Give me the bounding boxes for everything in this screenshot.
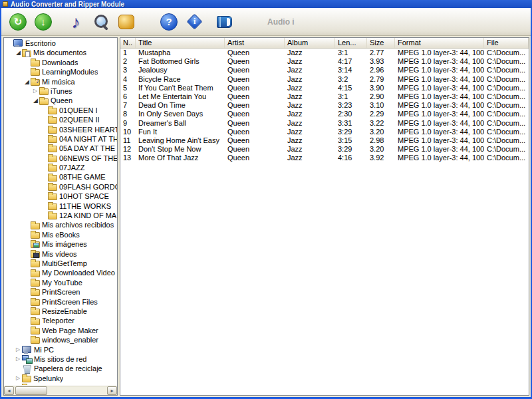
tree-hscrollbar[interactable]: ◂ ▸ [4, 386, 117, 395]
tree-item-mis-documentos[interactable]: ◢Mis documentos [4, 48, 117, 57]
tree-item-02queen-ii[interactable]: 02QUEEN II [4, 115, 117, 124]
tree-item-11the-works[interactable]: 11THE WORKS [4, 201, 117, 211]
cell-file: C:\Docum... [484, 154, 529, 162]
folder-icon [31, 223, 40, 229]
track-row[interactable]: 9Dreamer's BallQueenJazz3:313.22MPEG 1.0… [120, 119, 529, 128]
track-row[interactable]: 10Fun ItQueenJazz3:293.20MPEG 1.0 layer-… [120, 128, 529, 136]
tree-item-mis-v-deos[interactable]: Mis vídeos [4, 249, 117, 259]
track-row[interactable]: 12Don't Stop Me NowQueenJazz3:293.20MPEG… [120, 145, 529, 154]
cd-ripper-button[interactable] [116, 11, 137, 33]
refresh-button[interactable]: ↻ [7, 11, 29, 33]
tree-item-resizeenable[interactable]: ResizeEnable [4, 307, 117, 316]
tree-item-printscreen[interactable]: PrintScreen [4, 287, 117, 297]
info-diamond-icon: i [186, 13, 202, 29]
tree-item-mis-sitios-de-red[interactable]: ▷Mis sitios de red [4, 354, 117, 364]
tree-item-mi-pc[interactable]: ▷Mi PC [4, 345, 117, 354]
tree-item-escritorio[interactable]: Escritorio [4, 39, 117, 48]
search-button[interactable] [90, 11, 112, 33]
tree-item-label: Escritorio [25, 39, 56, 48]
track-row[interactable]: 6Let Me Entertain YouQueenJazz3:12.90MPE… [120, 92, 529, 101]
track-row[interactable]: 3JealousyQueenJazz3:142.96MPEG 1.0 layer… [120, 66, 529, 74]
cell-title: Let Me Entertain You [136, 92, 225, 101]
column-header-artist[interactable]: Artist [225, 38, 285, 48]
column-header-file[interactable]: File [484, 38, 529, 48]
track-row[interactable]: 8In Only Seven DaysQueenJazz2:302.29MPEG… [120, 110, 529, 118]
column-header-format[interactable]: Format [395, 38, 484, 48]
track-row[interactable]: 7Dead On TimeQueenJazz3:233.10MPEG 1.0 l… [120, 101, 529, 110]
cell-artist: Queen [225, 145, 285, 154]
tree-item-windows-enabler[interactable]: windows_enabler [4, 335, 117, 344]
question-mark-icon: ? [160, 13, 178, 31]
cell-album: Jazz [285, 119, 335, 128]
column-header-title[interactable]: Title [136, 38, 225, 48]
expand-icon[interactable]: ▷ [16, 354, 22, 364]
tree-item-my-youtube[interactable]: My YouTube [4, 278, 117, 287]
tree-item-08the-game[interactable]: 08THE GAME [4, 172, 117, 182]
tree-item-mis-archivos-recibidos[interactable]: Mis archivos recibidos [4, 220, 117, 229]
tree-item-txts[interactable]: TXTs [4, 383, 117, 385]
expand-icon[interactable]: ▷ [16, 374, 22, 383]
tree-item-mis-im-genes[interactable]: Mis imágenes [4, 239, 117, 249]
scroll-thumb[interactable] [15, 386, 47, 395]
expand-icon[interactable]: ▷ [33, 86, 39, 96]
cell-n: 5 [120, 84, 136, 92]
cell-title: Fun It [136, 128, 225, 136]
audio-files-button[interactable]: ♪ [65, 11, 86, 33]
scroll-right-button[interactable]: ▸ [107, 386, 117, 395]
tree-item-09flash-gordo[interactable]: 09FLASH GORDO [4, 182, 117, 192]
folder-docs-icon [22, 51, 31, 57]
tree-item-05a-day-at-the[interactable]: 05A DAY AT THE [4, 144, 117, 153]
tree-item-10hot-space[interactable]: 10HOT SPACE [4, 192, 117, 201]
tree-item-downloads[interactable]: Downloads [4, 58, 117, 67]
track-row[interactable]: 11Leaving Home Ain't EasyQueenJazz3:152.… [120, 136, 529, 145]
cell-size: 3.90 [367, 84, 395, 92]
column-header-len[interactable]: Len... [335, 38, 367, 48]
network-icon [22, 355, 32, 363]
tree-item-mis-ebooks[interactable]: Mis eBooks [4, 230, 117, 239]
tree-item-printscreen-files[interactable]: PrintScreen Files [4, 297, 117, 307]
track-row[interactable]: 5If You Can't Beat ThemQueenJazz4:153.90… [120, 84, 529, 92]
column-header-album[interactable]: Album [285, 38, 335, 48]
tree-item-label: 01QUEEN I [59, 106, 97, 115]
tree-item-itunes[interactable]: ▷iTunes [4, 86, 117, 96]
track-row[interactable]: 4Bicycle RaceQueenJazz3:22.79MPEG 1.0 la… [120, 75, 529, 84]
cell-file: C:\Docum... [484, 75, 529, 84]
collapse-icon[interactable]: ◢ [33, 96, 39, 105]
cell-title: Fat Bottomed Girls [136, 57, 225, 66]
cell-n: 9 [120, 119, 136, 128]
track-row[interactable]: 1MustaphaQueenJazz3:12.77MPEG 1.0 layer-… [120, 49, 529, 57]
column-header-size[interactable]: Size [367, 38, 395, 48]
help-button[interactable]: ? [158, 11, 180, 33]
folder-icon [31, 337, 40, 344]
tree-item-web-page-maker[interactable]: Web Page Maker [4, 326, 117, 335]
tree-item-queen[interactable]: ◢Queen [4, 96, 117, 105]
tree-item-mi-m-sica[interactable]: ◢Mi música [4, 77, 117, 86]
tree-item-spelunky[interactable]: ▷Spelunky [4, 374, 117, 383]
library-button[interactable] [213, 11, 235, 33]
tree-item-label: MultiGetTemp [42, 259, 87, 268]
column-header-n[interactable]: N.. [120, 38, 136, 48]
tree-item-04a-night-at-th[interactable]: 04A NIGHT AT TH [4, 134, 117, 144]
tree-item-my-downloaded-video[interactable]: My Downloaded Video [4, 268, 117, 277]
cell-len: 3:15 [335, 136, 367, 145]
tree-item-07jazz[interactable]: 07JAZZ [4, 163, 117, 172]
info-button[interactable]: i [184, 11, 205, 33]
tree-item-learningmodules[interactable]: LearningModules [4, 67, 117, 76]
tree-item-03sheer-heart[interactable]: 03SHEER HEART [4, 125, 117, 134]
collapse-icon[interactable]: ◢ [16, 48, 22, 57]
tree-item-12a-kind-of-ma[interactable]: 12A KIND OF MA [4, 211, 117, 220]
tree-item-01queen-i[interactable]: 01QUEEN I [4, 106, 117, 115]
track-row[interactable]: 13More Of That JazzQueenJazz4:163.92MPEG… [120, 154, 529, 162]
cell-title: Mustapha [136, 49, 225, 57]
track-row[interactable]: 2Fat Bottomed GirlsQueenJazz4:173.93MPEG… [120, 57, 529, 66]
tree-item-papelera-de-reciclaje[interactable]: Papelera de reciclaje [4, 364, 117, 373]
collapse-icon[interactable]: ◢ [25, 77, 31, 86]
scroll-left-button[interactable]: ◂ [4, 386, 14, 395]
scroll-track[interactable] [14, 386, 107, 395]
tree-item-06news-of-the[interactable]: 06NEWS OF THE [4, 154, 117, 163]
tree-item-teleporter[interactable]: Teleporter [4, 316, 117, 325]
expand-icon[interactable]: ▷ [16, 345, 22, 354]
cell-file: C:\Docum... [484, 57, 529, 66]
download-button[interactable]: ↓ [33, 11, 54, 33]
tree-item-multigettemp[interactable]: MultiGetTemp [4, 259, 117, 268]
